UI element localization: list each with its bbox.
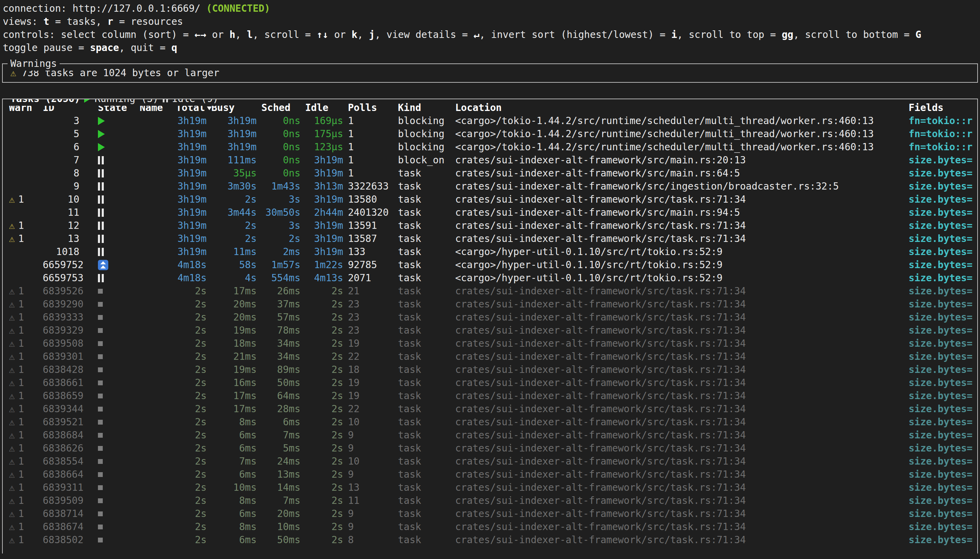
task-row[interactable]: ⚠1 6839344 2s 17ms 28ms 2s 22 task crate… (3, 402, 977, 416)
state-cell (84, 206, 140, 219)
task-fields: size.bytes= (909, 311, 977, 324)
warning-icon: ⚠ (9, 311, 15, 324)
column-header-idle[interactable]: Idle (305, 101, 348, 114)
polls-count: 23 (348, 311, 398, 324)
task-location: <cargo>/hyper-util-0.1.10/src/rt/tokio.r… (455, 245, 909, 258)
task-kind: task (398, 337, 455, 350)
task-row[interactable]: ⚠1 6838661 2s 16ms 50ms 2s 19 task crate… (3, 376, 977, 389)
task-id: 6839333 (43, 311, 84, 324)
task-row[interactable]: ⚠1 6839311 2s 10ms 14ms 2s 13 task crate… (3, 481, 977, 494)
column-header-location[interactable]: Location (455, 101, 909, 114)
task-row[interactable]: ⚠1 6839329 2s 19ms 78ms 2s 23 task crate… (3, 324, 977, 337)
warn-count: 1 (18, 298, 24, 311)
task-kind: task (398, 180, 455, 193)
warning-icon: ⚠ (9, 468, 15, 481)
task-row[interactable]: 11 3h19m 3m44s 30m50s 2h44m 2401320 task… (3, 206, 977, 219)
task-row[interactable]: ⚠1 6839526 2s 17ms 26ms 2s 21 task crate… (3, 284, 977, 298)
polls-count: 133 (348, 245, 398, 258)
sched-duration: 28ms (262, 402, 305, 416)
state-completed-icon (98, 380, 103, 385)
busy-duration: 7ms (211, 455, 262, 468)
state-cell (84, 416, 140, 429)
task-fields: size.bytes= (909, 232, 977, 245)
polls-count: 9 (348, 468, 398, 481)
sched-duration: 14ms (262, 481, 305, 494)
task-row[interactable]: ⚠1 12 3h19m 2s 3s 3h19m 13591 task crate… (3, 219, 977, 232)
warn-count: 1 (18, 219, 24, 232)
task-row[interactable]: ⚠1 6839333 2s 20ms 57ms 2s 23 task crate… (3, 311, 977, 324)
polls-count: 3322633 (348, 180, 398, 193)
polls-count: 1 (348, 167, 398, 180)
task-id: 6838554 (43, 455, 84, 468)
column-header-sched[interactable]: Sched (262, 101, 305, 114)
task-fields: size.bytes= (909, 324, 977, 337)
sched-duration: 26ms (262, 284, 305, 298)
task-row[interactable]: ⚠1 6838659 2s 17ms 64ms 2s 19 task crate… (3, 389, 977, 402)
polls-count: 1 (348, 127, 398, 141)
busy-duration: 2s (211, 232, 262, 245)
sched-duration: 0ns (262, 141, 305, 154)
state-cell (84, 141, 140, 154)
idle-duration: 2s (305, 481, 348, 494)
state-idle-icon (98, 169, 104, 177)
busy-duration: 3m30s (211, 180, 262, 193)
task-row[interactable]: 9 3h19m 3m30s 1m43s 3h13m 3322633 task c… (3, 180, 977, 193)
task-row[interactable]: 8 3h19m 35µs 0ns 3h19m 1 task crates/sui… (3, 167, 977, 180)
task-row[interactable]: ⚠1 6838502 2s 6ms 50ms 2s 8 task crates/… (3, 534, 977, 547)
task-fields: size.bytes= (909, 219, 977, 232)
busy-duration: 6ms (211, 468, 262, 481)
task-row[interactable]: ⚠1 6839521 2s 8ms 6ms 2s 10 task crates/… (3, 416, 977, 429)
task-row[interactable]: 6659753 4m18s 4s 554ms 4m13s 2071 task <… (3, 271, 977, 284)
task-row[interactable]: 3 3h19m 3h19m 0ns 169µs 1 blocking <carg… (3, 114, 977, 127)
task-row[interactable]: ⚠1 6838428 2s 19ms 89ms 2s 18 task crate… (3, 363, 977, 376)
task-row[interactable]: ⚠1 6838674 2s 8ms 10ms 2s 9 task crates/… (3, 520, 977, 534)
total-duration: 2s (176, 337, 211, 350)
controls-text: , scroll to bottom = (793, 29, 915, 40)
task-row[interactable]: ⚠1 6838714 2s 6ms 20ms 2s 9 task crates/… (3, 507, 977, 520)
task-location: crates/sui-indexer-alt-framework/src/tas… (455, 520, 909, 534)
task-row[interactable]: ⚠1 13 3h19m 2s 2s 3h19m 13587 task crate… (3, 232, 977, 245)
sched-duration: 554ms (262, 271, 305, 284)
task-row[interactable]: 7 3h19m 111ms 0ns 3h19m 1 block_on crate… (3, 154, 977, 167)
task-row[interactable]: 6659752 4m18s 58s 1m57s 1m22s 92785 task… (3, 258, 977, 271)
total-duration: 2s (176, 324, 211, 337)
column-header-polls[interactable]: Polls (348, 101, 398, 114)
idle-duration: 3h19m (305, 167, 348, 180)
task-row[interactable]: ⚠1 10 3h19m 2s 3s 3h19m 13580 task crate… (3, 193, 977, 206)
idle-duration: 3h19m (305, 193, 348, 206)
task-row[interactable]: ⚠1 6839509 2s 8ms 7ms 2s 11 task crates/… (3, 494, 977, 507)
total-duration: 3h19m (176, 206, 211, 219)
task-row[interactable]: 1018 3h19m 11ms 2ms 3h19m 133 task <carg… (3, 245, 977, 258)
task-row[interactable]: 6 3h19m 3h19m 0ns 123µs 1 blocking <carg… (3, 141, 977, 154)
state-completed-icon (98, 354, 103, 359)
idle-duration: 2s (305, 324, 348, 337)
task-row[interactable]: ⚠1 6839508 2s 18ms 34ms 2s 19 task crate… (3, 337, 977, 350)
warning-icon: ⚠ (9, 534, 15, 547)
state-cell (84, 258, 140, 271)
state-running-icon (98, 143, 105, 151)
column-header-kind[interactable]: Kind (398, 101, 455, 114)
busy-duration: 111ms (211, 154, 262, 167)
state-cell (84, 389, 140, 402)
total-duration: 2s (176, 442, 211, 455)
warn-cell: ⚠1 (9, 481, 43, 494)
task-row[interactable]: ⚠1 6838684 2s 6ms 7ms 2s 9 task crates/s… (3, 429, 977, 442)
connection-url: http://127.0.0.1:6669/ (73, 3, 206, 14)
total-duration: 4m18s (176, 271, 211, 284)
task-id: 7 (43, 154, 84, 167)
task-id: 6839526 (43, 284, 84, 298)
running-count-label: Running (3) (94, 99, 158, 106)
tasks-panel: Tasks (2056) Running (3) Idle (9) Warn I… (2, 99, 978, 554)
warn-cell: ⚠1 (9, 232, 43, 245)
task-row[interactable]: ⚠1 6838664 2s 6ms 13ms 2s 9 task crates/… (3, 468, 977, 481)
column-header-fields[interactable]: Fields (909, 101, 977, 114)
task-row[interactable]: ⚠1 6839301 2s 21ms 34ms 2s 22 task crate… (3, 350, 977, 363)
state-cell (84, 114, 140, 127)
task-row[interactable]: ⚠1 6838626 2s 6ms 5ms 2s 9 task crates/s… (3, 442, 977, 455)
task-row[interactable]: 5 3h19m 3h19m 0ns 175µs 1 blocking <carg… (3, 127, 977, 141)
polls-count: 9 (348, 429, 398, 442)
task-row[interactable]: ⚠1 6838554 2s 7ms 24ms 2s 10 task crates… (3, 455, 977, 468)
task-fields: size.bytes= (909, 154, 977, 167)
warn-count: 1 (18, 376, 24, 389)
task-row[interactable]: ⚠1 6839290 2s 20ms 37ms 2s 23 task crate… (3, 298, 977, 311)
